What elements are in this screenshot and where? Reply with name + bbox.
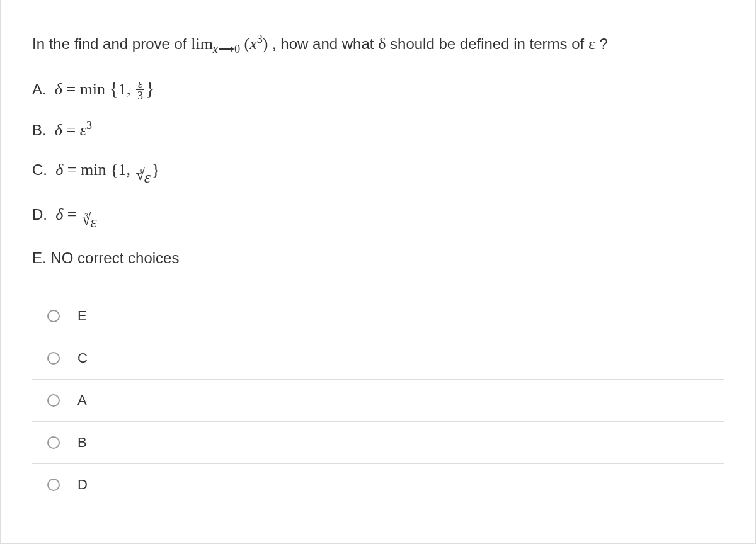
option-label: B [77,434,87,451]
option-c[interactable]: C [32,337,724,379]
question-part4: ? [600,35,608,52]
question-part1: In the find and prove of [32,35,191,52]
option-label: E [77,308,87,324]
option-e[interactable]: E [32,295,724,337]
option-d[interactable]: D [32,463,724,506]
option-a[interactable]: A [32,379,724,421]
question-container: In the find and prove of limx⟶0 (x3) , h… [0,0,756,544]
choice-a: A. δ = min {1, ε3} [32,74,724,103]
question-part2: , how and what [272,35,378,52]
radio-icon[interactable] [47,310,60,322]
radio-icon[interactable] [47,479,60,491]
choice-b: B. δ = ε3 [32,118,724,142]
radio-icon[interactable] [47,352,60,365]
radio-icon[interactable] [47,394,60,407]
choice-c: C. δ = min {1, 3√ε} [32,157,724,187]
limit-expression: limx⟶0 (x3) [191,35,272,53]
answer-options: E C A B D [32,295,724,506]
delta-symbol: δ [378,35,386,53]
choice-e: E. NO correct choices [32,247,724,269]
option-b[interactable]: B [32,421,724,463]
epsilon-symbol: ε [588,35,595,53]
choice-d: D. δ = 3√ε [32,202,724,232]
question-part3: should be defined in terms of [390,35,588,52]
question-prompt: In the find and prove of limx⟶0 (x3) , h… [32,31,724,56]
option-label: A [77,392,87,409]
option-label: C [77,350,88,366]
option-label: D [77,477,88,493]
radio-icon[interactable] [47,436,60,449]
